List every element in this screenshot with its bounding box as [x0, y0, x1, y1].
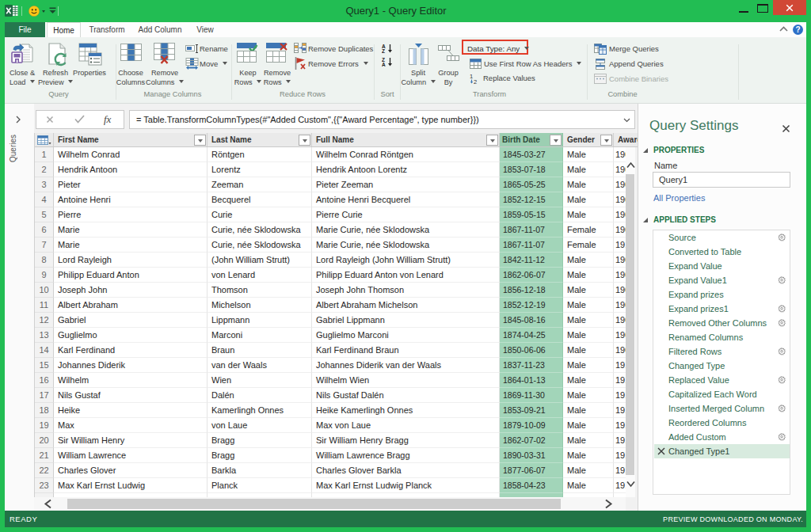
svg-text:1: 1: [470, 73, 473, 80]
svg-text:Z: Z: [382, 48, 385, 53]
svg-text:A: A: [382, 62, 386, 66]
svg-text:2: 2: [474, 78, 477, 85]
